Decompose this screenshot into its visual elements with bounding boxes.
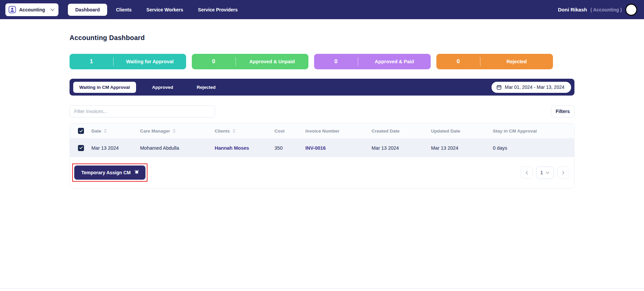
workspace-select[interactable]: Accounting — [5, 3, 58, 16]
stat-card-rejected: 0 Rejected — [436, 54, 553, 69]
status-tab-bar: Waiting in CM Approval Approved Rejected… — [70, 79, 574, 96]
next-page-button[interactable] — [557, 167, 569, 179]
accountant-icon — [8, 6, 16, 13]
column-header-cost: Cost — [272, 129, 303, 134]
filters-button[interactable]: Filters — [551, 105, 574, 117]
prev-page-button[interactable] — [521, 167, 533, 179]
row-checkbox[interactable] — [78, 145, 84, 151]
stat-card-waiting-approval: 1 Waiting for Approval — [70, 54, 186, 69]
cell-client-link[interactable]: Hannah Moses — [212, 145, 272, 151]
stat-card-approved-paid: 0 Approved & Paid — [314, 54, 431, 69]
nav-item-service-providers[interactable]: Service Providers — [192, 4, 244, 16]
user-menu[interactable]: Doni Rikash ( Accounting ) — [558, 4, 637, 16]
chevron-down-icon — [50, 8, 54, 11]
nav-item-dashboard[interactable]: Dashboard — [68, 4, 107, 16]
cell-invoice-link[interactable]: INV-0016 — [303, 145, 369, 151]
stats-row: 1 Waiting for Approval 0 Approved & Unpa… — [70, 54, 574, 69]
pagination: 1 — [521, 167, 569, 179]
sort-icon[interactable] — [104, 129, 107, 133]
temporary-assign-cm-button[interactable]: Temporary Assign CM — [74, 166, 145, 180]
main-content: Accounting Dashboard 1 Waiting for Appro… — [70, 34, 574, 189]
column-header-stay-cm-approval: Stay in CM Approval — [490, 129, 574, 134]
table-row[interactable]: Mar 13 2024 Mohamed Abdulla Hannah Moses… — [70, 139, 574, 157]
stat-count: 1 — [70, 58, 113, 65]
top-navbar: Accounting Dashboard Clients Service Wor… — [0, 0, 644, 19]
stat-label: Approved & Unpaid — [236, 59, 308, 64]
calendar-icon — [496, 84, 502, 90]
invoices-table: Date Care Manager Clients Cost Invoice N… — [70, 123, 574, 189]
cell-created-date: Mar 13 2024 — [369, 145, 428, 151]
nav-item-clients[interactable]: Clients — [110, 4, 138, 16]
workspace-label: Accounting — [19, 7, 47, 12]
red-highlight-box: Temporary Assign CM — [72, 163, 147, 182]
bell-icon — [134, 170, 140, 176]
stat-label: Approved & Paid — [358, 59, 431, 64]
cell-updated-date: Mar 13 2024 — [428, 145, 490, 151]
cell-cost: 350 — [272, 145, 303, 151]
select-all-checkbox[interactable] — [78, 128, 84, 134]
column-header-updated-date: Updated Date — [428, 129, 490, 134]
sort-icon[interactable] — [232, 129, 235, 133]
tab-waiting-cm-approval[interactable]: Waiting in CM Approval — [73, 82, 136, 93]
column-header-care-manager[interactable]: Care Manager — [137, 129, 212, 134]
tab-approved[interactable]: Approved — [145, 82, 181, 93]
table-footer: Temporary Assign CM 1 — [70, 157, 574, 188]
date-range-value: Mar 01, 2024 - Mar 13, 2024 — [505, 84, 564, 90]
filter-invoices-input[interactable] — [70, 105, 215, 117]
sort-icon[interactable] — [173, 129, 176, 133]
page-bottom-divider — [0, 288, 644, 289]
column-header-date[interactable]: Date — [89, 129, 137, 134]
date-range-picker[interactable]: Mar 01, 2024 - Mar 13, 2024 — [491, 81, 572, 94]
page-number: 1 — [541, 170, 543, 175]
table-header-row: Date Care Manager Clients Cost Invoice N… — [70, 123, 574, 139]
avatar[interactable] — [625, 4, 637, 16]
stat-label: Rejected — [480, 59, 553, 64]
filter-row: Filters — [70, 105, 574, 117]
page-title: Accounting Dashboard — [70, 34, 574, 42]
cell-stay-cm-approval: 0 days — [490, 145, 574, 151]
cell-care-manager: Mohamed Abdulla — [137, 145, 212, 151]
column-header-clients[interactable]: Clients — [212, 129, 272, 134]
column-header-created-date: Created Date — [369, 129, 428, 134]
stat-count: 0 — [192, 58, 235, 65]
tab-rejected[interactable]: Rejected — [189, 82, 223, 93]
page-select[interactable]: 1 — [536, 167, 554, 179]
user-name: Doni Rikash — [558, 7, 587, 12]
nav-item-service-workers[interactable]: Service Workers — [140, 4, 189, 16]
cell-date: Mar 13 2024 — [89, 145, 137, 151]
stat-label: Waiting for Approval — [114, 59, 186, 64]
column-header-invoice-number: Invoice Number — [303, 129, 369, 134]
stat-count: 0 — [436, 58, 480, 65]
stat-count: 0 — [314, 58, 358, 65]
main-nav: Dashboard Clients Service Workers Servic… — [68, 4, 244, 16]
stat-card-approved-unpaid: 0 Approved & Unpaid — [192, 54, 308, 69]
user-role-badge: ( Accounting ) — [590, 7, 622, 12]
